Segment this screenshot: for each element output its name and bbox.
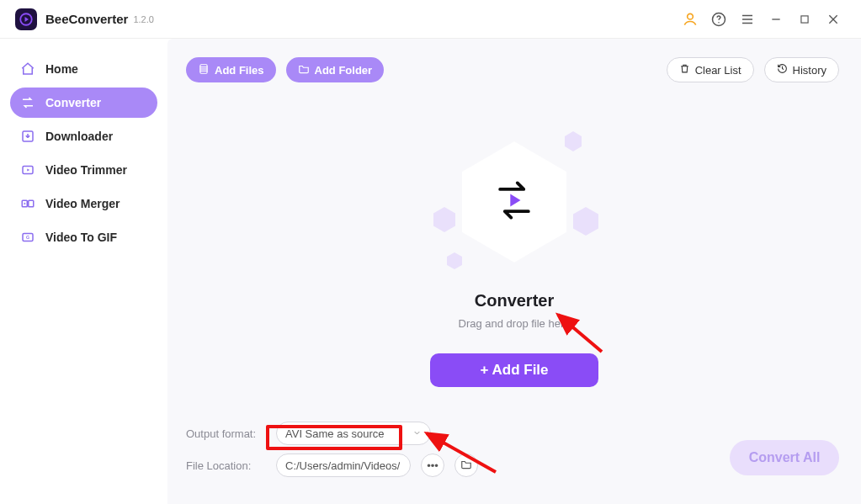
svg-marker-14 <box>27 169 29 172</box>
sidebar-item-trimmer[interactable]: Video Trimmer <box>10 155 157 185</box>
svg-point-2 <box>688 13 694 19</box>
app-version: 1.2.0 <box>133 14 153 24</box>
history-button[interactable]: History <box>764 57 839 82</box>
sidebar-item-label: Downloader <box>45 130 113 143</box>
convert-all-button[interactable]: Convert All <box>730 440 839 475</box>
drop-zone[interactable]: Converter Drag and drop file here + Add … <box>167 89 861 410</box>
sidebar-item-merger[interactable]: Video Merger <box>10 188 157 219</box>
app-window: BeeConverter 1.2.0 Home <box>0 0 861 504</box>
menu-icon[interactable] <box>735 7 760 32</box>
sidebar-item-label: Home <box>45 62 78 76</box>
hero-graphic <box>430 126 598 286</box>
maximize-button[interactable] <box>792 7 817 32</box>
open-folder-button[interactable] <box>454 454 478 477</box>
folder-icon <box>460 459 472 473</box>
titlebar: BeeConverter 1.2.0 <box>0 0 861 39</box>
trimmer-icon <box>20 162 35 178</box>
sidebar: Home Converter Downloader Video Trimmer <box>0 39 167 504</box>
svg-text:G: G <box>26 235 29 240</box>
add-folder-button[interactable]: Add Folder <box>286 57 385 82</box>
sidebar-item-home[interactable]: Home <box>10 54 157 84</box>
svg-rect-16 <box>29 200 34 207</box>
file-location-label: File Location: <box>186 459 266 472</box>
toolbar: Add Files Add Folder Clear List <box>167 39 861 89</box>
clear-list-button[interactable]: Clear List <box>667 57 754 82</box>
add-files-button[interactable]: Add Files <box>186 57 276 82</box>
close-button[interactable] <box>821 7 846 32</box>
add-file-button-label: + Add File <box>480 362 548 379</box>
main-subtitle: Drag and drop file here <box>459 317 571 330</box>
merger-icon <box>20 196 35 211</box>
file-location-field[interactable]: C:/Users/admin/Videos/ <box>276 454 411 477</box>
app-logo <box>15 8 37 30</box>
convert-all-label: Convert All <box>749 450 821 465</box>
chevron-down-icon <box>412 427 422 440</box>
more-icon: ••• <box>427 459 438 472</box>
file-add-icon <box>198 63 210 77</box>
sidebar-item-label: Converter <box>45 96 101 109</box>
help-icon[interactable] <box>706 7 731 32</box>
main-title: Converter <box>475 291 554 310</box>
add-file-button[interactable]: + Add File <box>430 353 598 387</box>
trash-icon <box>679 63 690 77</box>
sidebar-item-label: Video Trimmer <box>45 163 127 177</box>
sidebar-item-downloader[interactable]: Downloader <box>10 121 157 151</box>
output-format-select[interactable]: AVI Same as source <box>276 422 431 445</box>
svg-marker-17 <box>24 203 26 205</box>
sidebar-item-label: Video Merger <box>45 197 120 210</box>
convert-hero-icon <box>489 175 539 225</box>
file-location-value: C:/Users/admin/Videos/ <box>285 459 400 472</box>
sidebar-item-converter[interactable]: Converter <box>10 88 157 118</box>
history-icon <box>777 63 788 77</box>
add-folder-label: Add Folder <box>315 64 373 77</box>
more-options-button[interactable]: ••• <box>421 454 444 477</box>
svg-marker-1 <box>25 17 29 22</box>
main-panel: Add Files Add Folder Clear List <box>167 39 861 504</box>
body: Home Converter Downloader Video Trimmer <box>0 39 861 504</box>
user-icon[interactable] <box>678 7 703 32</box>
download-icon <box>20 129 35 144</box>
output-format-value: AVI Same as source <box>285 427 385 440</box>
home-icon <box>20 61 35 77</box>
sidebar-item-gif[interactable]: G Video To GIF <box>10 222 157 252</box>
clear-list-label: Clear List <box>695 64 741 77</box>
sidebar-item-label: Video To GIF <box>45 231 117 244</box>
svg-rect-9 <box>801 15 808 22</box>
svg-marker-24 <box>510 194 520 207</box>
converter-icon <box>20 95 35 110</box>
app-name: BeeConverter <box>45 12 128 26</box>
folder-add-icon <box>298 63 310 77</box>
history-label: History <box>793 64 826 77</box>
minimize-button[interactable] <box>763 7 789 32</box>
output-format-label: Output format: <box>186 427 266 440</box>
svg-point-4 <box>718 22 720 24</box>
add-files-label: Add Files <box>215 64 264 77</box>
gif-icon: G <box>20 230 35 245</box>
